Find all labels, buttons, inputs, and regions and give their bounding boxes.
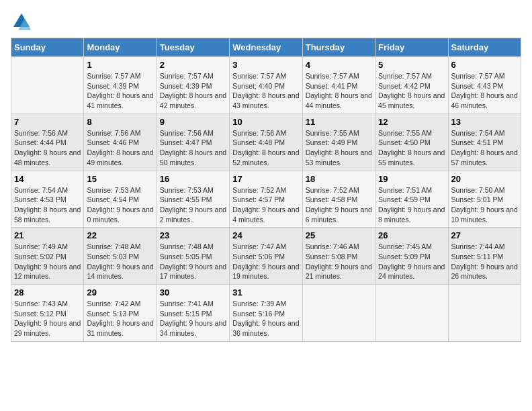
calendar-cell: 4Sunrise: 7:57 AMSunset: 4:41 PMDaylight… xyxy=(302,57,375,114)
calendar-cell: 20Sunrise: 7:50 AMSunset: 5:01 PMDayligh… xyxy=(448,171,521,228)
day-number: 28 xyxy=(14,287,81,298)
cell-info: Sunrise: 7:42 AMSunset: 5:13 PMDaylight:… xyxy=(87,299,153,338)
logo-icon xyxy=(11,11,32,32)
cell-info: Sunrise: 7:53 AMSunset: 4:54 PMDaylight:… xyxy=(87,185,153,225)
cell-info: Sunrise: 7:54 AMSunset: 4:53 PMDaylight:… xyxy=(14,185,81,225)
calendar-cell: 12Sunrise: 7:55 AMSunset: 4:50 PMDayligh… xyxy=(375,113,448,171)
calendar-cell xyxy=(11,57,84,114)
calendar-week-row: 28Sunrise: 7:43 AMSunset: 5:12 PMDayligh… xyxy=(11,285,521,342)
logo xyxy=(11,11,35,32)
day-number: 19 xyxy=(378,174,445,184)
day-number: 23 xyxy=(160,230,226,240)
cell-info: Sunrise: 7:55 AMSunset: 4:50 PMDaylight:… xyxy=(378,128,445,168)
calendar-cell: 11Sunrise: 7:55 AMSunset: 4:49 PMDayligh… xyxy=(302,113,375,171)
day-number: 10 xyxy=(232,117,299,127)
day-number: 1 xyxy=(87,60,153,70)
day-number: 24 xyxy=(232,230,299,240)
calendar-cell: 18Sunrise: 7:52 AMSunset: 4:58 PMDayligh… xyxy=(302,171,375,228)
calendar-cell: 21Sunrise: 7:49 AMSunset: 5:02 PMDayligh… xyxy=(11,228,84,285)
calendar-cell: 27Sunrise: 7:44 AMSunset: 5:11 PMDayligh… xyxy=(448,228,521,285)
day-number: 6 xyxy=(451,60,518,70)
cell-info: Sunrise: 7:56 AMSunset: 4:46 PMDaylight:… xyxy=(87,128,153,168)
calendar-cell: 16Sunrise: 7:53 AMSunset: 4:55 PMDayligh… xyxy=(157,171,229,228)
cell-info: Sunrise: 7:48 AMSunset: 5:03 PMDaylight:… xyxy=(87,242,153,281)
day-number: 12 xyxy=(378,117,445,127)
calendar-cell: 7Sunrise: 7:56 AMSunset: 4:44 PMDaylight… xyxy=(11,113,84,171)
calendar-cell: 26Sunrise: 7:45 AMSunset: 5:09 PMDayligh… xyxy=(375,228,448,285)
calendar-cell: 14Sunrise: 7:54 AMSunset: 4:53 PMDayligh… xyxy=(11,171,84,228)
day-number: 18 xyxy=(306,174,372,184)
day-number: 17 xyxy=(232,174,299,184)
weekday-header: Tuesday xyxy=(157,38,229,57)
cell-info: Sunrise: 7:54 AMSunset: 4:51 PMDaylight:… xyxy=(451,128,518,168)
cell-info: Sunrise: 7:45 AMSunset: 5:09 PMDaylight:… xyxy=(378,242,445,281)
weekday-header: Saturday xyxy=(448,38,521,57)
calendar-cell: 25Sunrise: 7:46 AMSunset: 5:08 PMDayligh… xyxy=(302,228,375,285)
cell-info: Sunrise: 7:46 AMSunset: 5:08 PMDaylight:… xyxy=(306,242,372,281)
calendar-cell: 9Sunrise: 7:56 AMSunset: 4:47 PMDaylight… xyxy=(157,113,229,171)
cell-info: Sunrise: 7:57 AMSunset: 4:40 PMDaylight:… xyxy=(232,71,299,111)
calendar-cell: 31Sunrise: 7:39 AMSunset: 5:16 PMDayligh… xyxy=(230,285,302,342)
calendar-cell: 13Sunrise: 7:54 AMSunset: 4:51 PMDayligh… xyxy=(448,113,521,171)
cell-info: Sunrise: 7:56 AMSunset: 4:44 PMDaylight:… xyxy=(14,128,81,168)
day-number: 30 xyxy=(160,287,226,298)
calendar-cell: 6Sunrise: 7:57 AMSunset: 4:43 PMDaylight… xyxy=(448,57,521,114)
calendar-cell: 8Sunrise: 7:56 AMSunset: 4:46 PMDaylight… xyxy=(84,113,157,171)
calendar-cell: 15Sunrise: 7:53 AMSunset: 4:54 PMDayligh… xyxy=(84,171,157,228)
calendar-cell: 19Sunrise: 7:51 AMSunset: 4:59 PMDayligh… xyxy=(375,171,448,228)
calendar-cell: 5Sunrise: 7:57 AMSunset: 4:42 PMDaylight… xyxy=(375,57,448,114)
calendar-cell: 1Sunrise: 7:57 AMSunset: 4:39 PMDaylight… xyxy=(84,57,157,114)
day-number: 31 xyxy=(232,287,299,298)
day-number: 14 xyxy=(14,174,81,184)
weekday-header: Thursday xyxy=(302,38,375,57)
cell-info: Sunrise: 7:47 AMSunset: 5:06 PMDaylight:… xyxy=(232,242,299,281)
day-number: 9 xyxy=(160,117,226,127)
day-number: 4 xyxy=(306,60,372,70)
day-number: 21 xyxy=(14,230,81,240)
cell-info: Sunrise: 7:39 AMSunset: 5:16 PMDaylight:… xyxy=(232,299,299,338)
calendar-cell: 24Sunrise: 7:47 AMSunset: 5:06 PMDayligh… xyxy=(230,228,302,285)
page-header xyxy=(11,11,521,32)
day-number: 29 xyxy=(87,287,153,298)
cell-info: Sunrise: 7:51 AMSunset: 4:59 PMDaylight:… xyxy=(378,185,445,225)
cell-info: Sunrise: 7:49 AMSunset: 5:02 PMDaylight:… xyxy=(14,242,81,281)
day-number: 5 xyxy=(378,60,445,70)
cell-info: Sunrise: 7:55 AMSunset: 4:49 PMDaylight:… xyxy=(306,128,372,168)
calendar-week-row: 7Sunrise: 7:56 AMSunset: 4:44 PMDaylight… xyxy=(11,113,521,171)
cell-info: Sunrise: 7:52 AMSunset: 4:58 PMDaylight:… xyxy=(306,185,372,225)
weekday-header: Monday xyxy=(84,38,157,57)
day-number: 3 xyxy=(232,60,299,70)
calendar-cell: 30Sunrise: 7:41 AMSunset: 5:15 PMDayligh… xyxy=(157,285,229,342)
cell-info: Sunrise: 7:56 AMSunset: 4:47 PMDaylight:… xyxy=(160,128,226,168)
calendar-table: SundayMondayTuesdayWednesdayThursdayFrid… xyxy=(11,38,521,342)
day-number: 22 xyxy=(87,230,153,240)
cell-info: Sunrise: 7:57 AMSunset: 4:43 PMDaylight:… xyxy=(451,71,518,111)
cell-info: Sunrise: 7:57 AMSunset: 4:41 PMDaylight:… xyxy=(306,71,372,111)
cell-info: Sunrise: 7:50 AMSunset: 5:01 PMDaylight:… xyxy=(451,185,518,225)
cell-info: Sunrise: 7:57 AMSunset: 4:39 PMDaylight:… xyxy=(87,71,153,111)
cell-info: Sunrise: 7:48 AMSunset: 5:05 PMDaylight:… xyxy=(160,242,226,281)
day-number: 8 xyxy=(87,117,153,127)
calendar-cell xyxy=(375,285,448,342)
cell-info: Sunrise: 7:41 AMSunset: 5:15 PMDaylight:… xyxy=(160,299,226,338)
day-number: 15 xyxy=(87,174,153,184)
calendar-cell: 23Sunrise: 7:48 AMSunset: 5:05 PMDayligh… xyxy=(157,228,229,285)
calendar-cell: 28Sunrise: 7:43 AMSunset: 5:12 PMDayligh… xyxy=(11,285,84,342)
calendar-week-row: 21Sunrise: 7:49 AMSunset: 5:02 PMDayligh… xyxy=(11,228,521,285)
day-number: 16 xyxy=(160,174,226,184)
day-number: 20 xyxy=(451,174,518,184)
calendar-cell: 29Sunrise: 7:42 AMSunset: 5:13 PMDayligh… xyxy=(84,285,157,342)
calendar-header-row: SundayMondayTuesdayWednesdayThursdayFrid… xyxy=(11,38,521,57)
calendar-cell: 2Sunrise: 7:57 AMSunset: 4:39 PMDaylight… xyxy=(157,57,229,114)
day-number: 2 xyxy=(160,60,226,70)
weekday-header: Sunday xyxy=(11,38,84,57)
weekday-header: Wednesday xyxy=(230,38,302,57)
cell-info: Sunrise: 7:57 AMSunset: 4:39 PMDaylight:… xyxy=(160,71,226,111)
day-number: 13 xyxy=(451,117,518,127)
calendar-cell xyxy=(302,285,375,342)
calendar-cell: 10Sunrise: 7:56 AMSunset: 4:48 PMDayligh… xyxy=(230,113,302,171)
day-number: 25 xyxy=(306,230,372,240)
day-number: 27 xyxy=(451,230,518,240)
cell-info: Sunrise: 7:57 AMSunset: 4:42 PMDaylight:… xyxy=(378,71,445,111)
weekday-header: Friday xyxy=(375,38,448,57)
